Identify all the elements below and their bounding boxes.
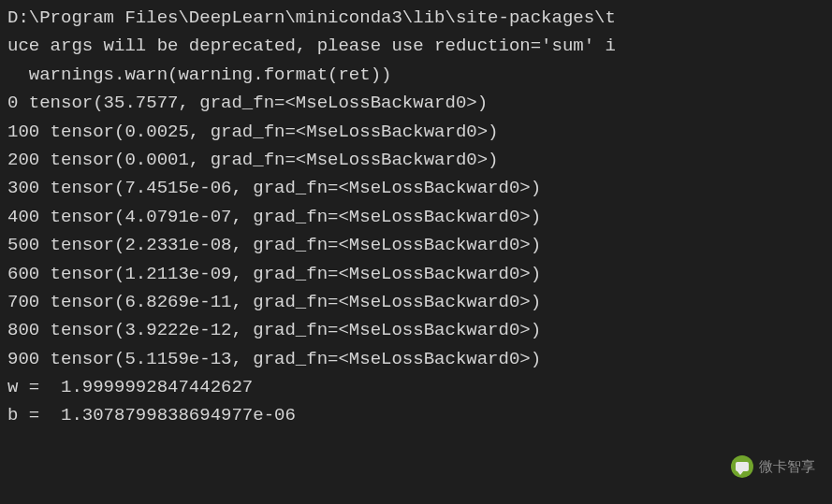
watermark: 微卡智享 — [731, 455, 815, 478]
output-line: 0 tensor(35.7577, grad_fn=<MseLossBackwa… — [7, 89, 825, 117]
output-line: 700 tensor(6.8269e-11, grad_fn=<MseLossB… — [7, 288, 825, 316]
terminal-output[interactable]: D:\Program Files\DeepLearn\miniconda3\li… — [7, 4, 825, 430]
output-line: b = 1.3078799838694977e-06 — [7, 401, 825, 429]
output-line: 400 tensor(4.0791e-07, grad_fn=<MseLossB… — [7, 203, 825, 231]
watermark-text: 微卡智享 — [759, 455, 815, 478]
output-line: 200 tensor(0.0001, grad_fn=<MseLossBackw… — [7, 146, 825, 174]
output-line: w = 1.9999992847442627 — [7, 373, 825, 401]
output-line: warnings.warn(warning.format(ret)) — [7, 61, 825, 89]
output-line: D:\Program Files\DeepLearn\miniconda3\li… — [7, 4, 825, 32]
output-line: 800 tensor(3.9222e-12, grad_fn=<MseLossB… — [7, 316, 825, 344]
output-line: 300 tensor(7.4515e-06, grad_fn=<MseLossB… — [7, 174, 825, 202]
wechat-icon — [731, 455, 753, 478]
output-line: 600 tensor(1.2113e-09, grad_fn=<MseLossB… — [7, 260, 825, 288]
output-line: 900 tensor(5.1159e-13, grad_fn=<MseLossB… — [7, 345, 825, 373]
output-line: 500 tensor(2.2331e-08, grad_fn=<MseLossB… — [7, 231, 825, 259]
output-line: 100 tensor(0.0025, grad_fn=<MseLossBackw… — [7, 118, 825, 146]
output-line: uce args will be deprecated, please use … — [7, 32, 825, 60]
